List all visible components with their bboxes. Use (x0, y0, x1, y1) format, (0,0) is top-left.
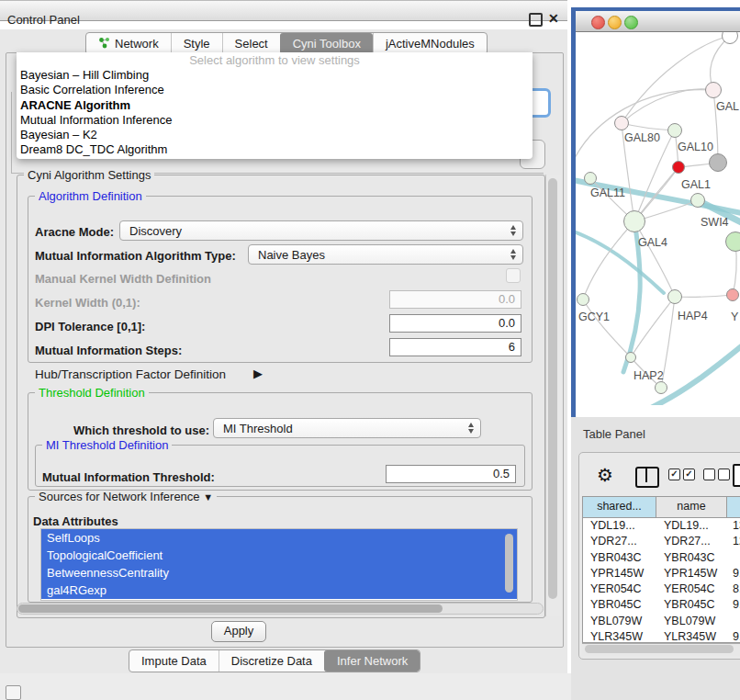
algorithm-option-bayesian-k2[interactable]: Bayesian – K2 (17, 128, 533, 142)
node-label: GCY1 (578, 310, 610, 323)
network-node[interactable] (709, 153, 727, 172)
list-scrollbar-thumb[interactable] (505, 534, 513, 593)
node-label: HAP4 (678, 310, 708, 322)
mi-algorithm-type-label: Mutual Information Algorithm Type: (35, 249, 236, 263)
network-node[interactable] (655, 381, 667, 394)
mi-algorithm-type-select[interactable]: Naive Bayes (248, 244, 523, 265)
aracne-mode-select[interactable]: Discovery (119, 220, 523, 241)
document-icon[interactable] (733, 464, 740, 487)
column-header-clipped[interactable] (727, 497, 740, 517)
mi-threshold-field[interactable]: 0.5 (386, 465, 516, 483)
table-row[interactable]: YER054CYER054C8. (583, 581, 740, 597)
which-threshold-select[interactable]: MI Threshold (213, 418, 481, 438)
tab-network[interactable]: Network (86, 33, 171, 54)
table-cell: YBR045C (656, 597, 727, 613)
node-table[interactable]: shared...name YDL19...YDL19...13YDR27...… (582, 496, 740, 643)
close-icon[interactable]: ✕ (548, 11, 559, 26)
tab-impute-data[interactable]: Impute Data (129, 650, 219, 672)
split-columns-icon[interactable] (635, 467, 659, 488)
checked-column-icon[interactable]: ✓ (668, 469, 680, 480)
node-label: GAL80 (624, 131, 660, 144)
hidden-groupbox-border (11, 92, 12, 173)
minimize-traffic-light-icon[interactable] (608, 16, 622, 29)
table-row[interactable]: YDR27...YDR27...12 (583, 534, 740, 549)
network-node-swi4[interactable] (690, 193, 705, 208)
tab-label: Network (115, 37, 159, 51)
close-traffic-light-icon[interactable] (591, 16, 605, 29)
algorithm-option-bayesian-hill-climbing[interactable]: Bayesian – Hill Climbing (17, 68, 533, 83)
network-node-gal10[interactable] (667, 123, 682, 138)
tab-select[interactable]: Select (222, 33, 280, 54)
network-node[interactable] (725, 231, 740, 252)
algorithm-option-dream8-dc-tdc-algorithm[interactable]: Dream8 DC_TDC Algorithm (17, 142, 533, 157)
table-row[interactable]: YBR043CYBR043C (583, 550, 740, 566)
data-attribute-item[interactable]: TopologicalCoefficient (41, 547, 517, 564)
apply-button[interactable]: Apply (211, 621, 266, 642)
node-label: HAP2 (633, 369, 664, 382)
unchecked-column-icon[interactable] (703, 469, 715, 480)
network-icon (98, 37, 110, 51)
tab-cyni-toolbox[interactable]: Cyni Toolbox (280, 33, 373, 54)
aracne-mode-label: Aracne Mode: (35, 225, 114, 239)
mi-steps-field[interactable]: 6 (389, 338, 521, 356)
tab-infer-network[interactable]: Infer Network (324, 650, 420, 672)
node-label: GAL1 (681, 178, 711, 191)
zoom-traffic-light-icon[interactable] (624, 16, 638, 29)
data-attribute-item[interactable]: SelfLoops (41, 529, 517, 547)
network-node-gcy1[interactable] (577, 293, 589, 306)
network-canvas[interactable]: GALGAL80GAL10GAL1GAL11SWI4GAL4GCY1HAP4YH… (576, 32, 740, 405)
network-node-gal4[interactable] (623, 210, 645, 232)
table-row[interactable]: YBR045CYBR045C9. (583, 597, 740, 613)
table-horizontal-scrollbar-thumb[interactable] (585, 645, 734, 653)
table-cell: YDL19... (656, 518, 727, 534)
column-header-shared-[interactable]: shared... (583, 497, 656, 517)
network-node-gal11[interactable] (584, 172, 597, 185)
tab-discretize-data[interactable]: Discretize Data (219, 650, 324, 672)
tab-style[interactable]: Style (171, 33, 222, 54)
minimized-panel-icon[interactable] (6, 685, 21, 700)
algorithm-definition-title: Algorithm Definition (35, 190, 146, 202)
tab-label: Discretize Data (231, 654, 312, 668)
mi-threshold-label: Mutual Information Threshold: (42, 470, 215, 484)
data-attributes-list[interactable]: SelfLoopsTopologicalCoefficientBetweenne… (40, 528, 518, 601)
network-node-y[interactable] (726, 288, 739, 301)
network-node-hap4[interactable] (667, 289, 682, 304)
dpi-tolerance-field[interactable]: 0.0 (389, 314, 521, 333)
collapse-down-icon[interactable]: ▼ (203, 491, 213, 502)
algorithm-option-aracne-algorithm[interactable]: ARACNE Algorithm (17, 98, 533, 113)
desktop-strip (0, 673, 571, 700)
network-window-titlebar[interactable] (576, 11, 740, 32)
table-row[interactable]: YDL19...YDL19...13 (583, 518, 740, 534)
network-node-gal[interactable] (705, 82, 722, 98)
spinner-arrows-icon (468, 423, 474, 434)
network-node-gal1[interactable] (672, 161, 685, 174)
algorithm-option-basic-correlation-inference[interactable]: Basic Correlation Inference (17, 83, 533, 97)
network-node-gal80[interactable] (614, 116, 629, 130)
manual-kernel-width-checkbox[interactable] (506, 268, 521, 283)
table-row[interactable]: YBL079WYBL079W (583, 614, 740, 629)
control-panel-title: Control Panel (7, 13, 80, 27)
table-panel-title: Table Panel (583, 427, 645, 441)
table-cell: YDR27... (656, 534, 727, 549)
algorithm-option-mutual-information-inference[interactable]: Mutual Information Inference (17, 113, 533, 128)
kernel-width-field[interactable]: 0.0 (389, 290, 521, 309)
table-cell: YBL079W (656, 614, 727, 629)
checked-column-icon[interactable]: ✓ (683, 469, 695, 480)
expand-right-icon[interactable]: ▶ (253, 367, 263, 380)
table-row[interactable]: YLR345WYLR345W9. (583, 629, 740, 643)
gear-icon[interactable]: ⚙ (597, 464, 613, 486)
settings-horizontal-scrollbar-thumb[interactable] (18, 604, 443, 613)
network-view-window[interactable]: GALGAL80GAL10GAL1GAL11SWI4GAL4GCY1HAP4YH… (571, 7, 740, 434)
data-attribute-item[interactable]: BetweennessCentrality (41, 564, 517, 581)
table-cell: YDL19... (583, 518, 656, 534)
settings-vertical-scrollbar-thumb[interactable] (548, 178, 557, 599)
tab-jactivemnodules[interactable]: jActiveMNodules (373, 33, 487, 54)
unchecked-column-icon[interactable] (718, 469, 730, 480)
float-window-icon[interactable] (529, 13, 543, 27)
network-node-hap2[interactable] (625, 352, 636, 363)
node-label: GAL10 (678, 141, 713, 153)
column-header-name[interactable]: name (656, 497, 727, 517)
table-header-row: shared...name (583, 497, 740, 518)
table-row[interactable]: YPR145WYPR145W9. (583, 566, 740, 581)
data-attribute-item[interactable]: gal4RGexp (41, 581, 517, 599)
